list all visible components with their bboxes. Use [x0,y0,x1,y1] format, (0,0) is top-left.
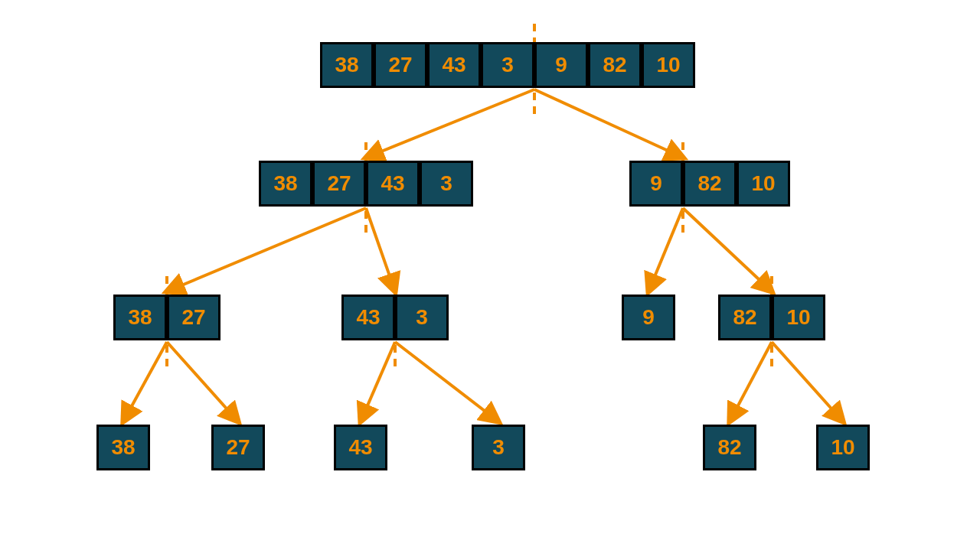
tree-edge-arrow [361,342,395,421]
array-cell-value: 9 [642,305,655,330]
array-cell: 9 [534,42,588,88]
array-cell-value: 38 [335,53,358,77]
array-cell: 43 [366,161,420,207]
array-cell-value: 38 [111,435,135,460]
tree-edge-arrow [366,90,534,158]
tree-edge-arrow [123,342,167,421]
array-cell: 3 [420,161,473,207]
array-cell-value: 27 [226,435,250,460]
array-cell: 3 [481,42,534,88]
array-cell-value: 43 [442,53,466,77]
array-cell-value: 10 [786,305,810,330]
array-cell-value: 38 [128,305,152,330]
tree-edge-arrow [683,208,772,291]
array-cell: 82 [683,161,737,207]
tree-edge-arrow [730,342,772,421]
array-cell: 38 [113,295,167,340]
array-cell: 43 [427,42,481,88]
array-cell-value: 10 [656,53,680,77]
array-cell: 82 [718,295,772,340]
array-cell: 27 [312,161,366,207]
tree-edge-arrow [648,208,683,291]
array-cell-value: 27 [327,171,351,196]
array-cell-value: 43 [356,305,380,330]
array-cell: 82 [703,425,756,470]
array-cell-value: 82 [603,53,626,77]
array-cell-value: 27 [388,53,412,77]
array-cell: 38 [259,161,312,207]
array-cell: 38 [320,42,374,88]
array-cell-value: 10 [831,435,854,460]
array-cell-value: 38 [273,171,297,196]
array-cell-value: 43 [381,171,404,196]
array-cell-value: 27 [181,305,205,330]
array-cell: 27 [167,295,220,340]
array-cell-value: 3 [492,435,505,460]
tree-edge-arrow [366,208,395,291]
array-cell: 9 [629,161,683,207]
array-cell: 3 [395,295,449,340]
array-cell-value: 9 [650,171,662,196]
array-cell-value: 3 [416,305,428,330]
array-cell: 27 [374,42,427,88]
tree-edge-arrow [167,208,366,291]
array-cell-value: 3 [440,171,452,196]
array-cell-value: 43 [348,435,372,460]
array-cell-value: 9 [555,53,567,77]
array-cell: 9 [622,295,675,340]
array-cell: 10 [816,425,870,470]
array-cell: 82 [588,42,642,88]
array-cell: 43 [334,425,387,470]
array-cell: 10 [737,161,790,207]
array-cell: 38 [96,425,150,470]
tree-edge-arrow [772,342,843,421]
tree-edge-arrow [534,90,683,158]
array-cell-value: 82 [697,171,721,196]
array-cell-value: 82 [717,435,741,460]
array-cell: 10 [642,42,695,88]
array-cell: 43 [341,295,395,340]
tree-edge-arrow [395,342,498,421]
array-cell-value: 3 [501,53,514,77]
array-cell: 10 [772,295,825,340]
tree-edge-arrow [167,342,238,421]
array-cell: 3 [472,425,525,470]
array-cell-value: 10 [751,171,775,196]
array-cell-value: 82 [733,305,756,330]
array-cell: 27 [211,425,265,470]
